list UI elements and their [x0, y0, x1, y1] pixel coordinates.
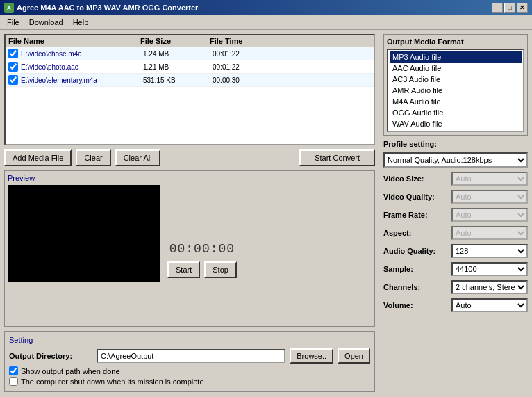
- start-button[interactable]: Start: [167, 261, 200, 278]
- audio-quality-label: Audio Quality:: [383, 247, 439, 255]
- volume-label: Volume:: [383, 301, 439, 309]
- file-list-header: File Name File Size File Time: [6, 35, 374, 47]
- clear-button[interactable]: Clear: [76, 149, 110, 166]
- title-bar-left: A Agree M4A AAC to MP3 WAV AMR OGG Conve…: [4, 3, 198, 13]
- format-list: MP3 Audio file AAC Audio file AC3 Audio …: [387, 49, 524, 132]
- preview-content: 00:00:00 Start Stop: [8, 185, 372, 282]
- params-section: Video Size: Auto Video Quality: Auto Fra…: [383, 172, 528, 315]
- playback-buttons: Start Stop: [167, 261, 237, 278]
- title-controls: – □ ✕: [492, 3, 528, 13]
- file-checkbox-2[interactable]: [8, 62, 18, 72]
- file-list-body: E:\video\chose.m4a 1.24 MB 00:01:22 E:\v…: [6, 47, 374, 87]
- format-item-ogg[interactable]: OGG Audio file: [390, 107, 522, 118]
- stop-button[interactable]: Stop: [204, 261, 237, 278]
- setting-label: Setting: [9, 336, 370, 344]
- left-panel: File Name File Size File Time E:\video\c…: [0, 30, 379, 396]
- video-quality-label: Video Quality:: [383, 193, 439, 201]
- browse-button[interactable]: Browse..: [290, 348, 333, 364]
- volume-select[interactable]: Auto: [451, 298, 528, 312]
- close-button[interactable]: ✕: [517, 3, 528, 13]
- output-dir-input[interactable]: [97, 349, 285, 363]
- video-size-label: Video Size:: [383, 175, 439, 183]
- file-size-3: 531.15 KB: [143, 76, 213, 84]
- frame-rate-select[interactable]: Auto: [451, 208, 528, 222]
- audio-quality-select[interactable]: 128: [451, 244, 528, 258]
- table-row[interactable]: E:\video\chose.m4a 1.24 MB 00:01:22: [6, 47, 374, 60]
- title-bar: A Agree M4A AAC to MP3 WAV AMR OGG Conve…: [0, 0, 532, 15]
- channels-select[interactable]: 2 channels, Stere: [451, 280, 528, 294]
- file-size-1: 1.24 MB: [143, 50, 213, 58]
- audio-quality-row: Audio Quality: 128: [383, 244, 528, 258]
- shutdown-checkbox[interactable]: [9, 377, 18, 386]
- format-item-m4a[interactable]: M4A Audio file: [390, 96, 522, 107]
- aspect-select[interactable]: Auto: [451, 226, 528, 240]
- show-output-path-label: Show output path when done: [21, 367, 120, 375]
- app-icon: A: [4, 3, 14, 13]
- sample-select[interactable]: 44100: [451, 262, 528, 276]
- output-dir-label: Output Directory:: [9, 352, 92, 360]
- main-container: File Name File Size File Time E:\video\c…: [0, 30, 532, 396]
- col-header-filetime: File Time: [210, 37, 279, 45]
- file-name-3: E:\video\elementary.m4a: [21, 76, 143, 84]
- volume-row: Volume: Auto: [383, 298, 528, 312]
- table-row[interactable]: E:\video\elementary.m4a 531.15 KB 00:00:…: [6, 74, 374, 87]
- file-checkbox-3[interactable]: [8, 75, 18, 85]
- file-time-1: 00:01:22: [213, 50, 282, 58]
- file-size-2: 1.21 MB: [143, 63, 213, 71]
- video-size-row: Video Size: Auto: [383, 172, 528, 186]
- add-media-button[interactable]: Add Media File: [4, 149, 72, 166]
- frame-rate-row: Frame Rate: Auto: [383, 208, 528, 222]
- channels-row: Channels: 2 channels, Stere: [383, 280, 528, 294]
- menu-bar: File Download Help: [0, 15, 532, 30]
- sample-label: Sample:: [383, 265, 439, 273]
- video-quality-row: Video Quality: Auto: [383, 190, 528, 204]
- start-convert-button[interactable]: Start Convert: [299, 149, 375, 166]
- minimize-button[interactable]: –: [492, 3, 503, 13]
- col-header-filesize: File Size: [140, 37, 210, 45]
- action-buttons: Add Media File Clear Clear All Start Con…: [4, 149, 375, 166]
- preview-controls: 00:00:00 Start Stop: [167, 242, 237, 282]
- channels-label: Channels:: [383, 283, 439, 291]
- menu-file[interactable]: File: [3, 17, 24, 28]
- output-format-section: Output Media Format MP3 Audio file AAC A…: [383, 34, 528, 136]
- format-item-ac3[interactable]: AC3 Audio file: [390, 74, 522, 85]
- output-dir-row: Output Directory: Browse.. Open: [9, 348, 370, 364]
- table-row[interactable]: E:\video\photo.aac 1.21 MB 00:01:22: [6, 60, 374, 74]
- setting-section: Setting Output Directory: Browse.. Open …: [4, 331, 375, 392]
- profile-section: Profile setting: Normal Quality, Audio:1…: [383, 140, 528, 168]
- format-item-aac[interactable]: AAC Audio file: [390, 63, 522, 74]
- menu-help[interactable]: Help: [69, 17, 93, 28]
- preview-section: Preview 00:00:00 Start Stop: [4, 170, 375, 327]
- frame-rate-label: Frame Rate:: [383, 211, 439, 219]
- file-time-2: 00:01:22: [213, 63, 282, 71]
- maximize-button[interactable]: □: [504, 3, 515, 13]
- menu-download[interactable]: Download: [25, 17, 67, 28]
- show-output-path-row: Show output path when done: [9, 366, 370, 375]
- format-item-mp3[interactable]: MP3 Audio file: [390, 51, 522, 63]
- file-list-container: File Name File Size File Time E:\video\c…: [4, 34, 375, 145]
- shutdown-checkbox-row: The computer shut down when its mission …: [9, 377, 370, 386]
- file-checkbox-1[interactable]: [8, 49, 18, 58]
- file-name-1: E:\video\chose.m4a: [21, 50, 143, 58]
- right-panel: Output Media Format MP3 Audio file AAC A…: [379, 30, 532, 396]
- profile-title: Profile setting:: [383, 140, 528, 148]
- sample-row: Sample: 44100: [383, 262, 528, 276]
- video-size-select[interactable]: Auto: [451, 172, 528, 186]
- file-name-2: E:\video\photo.aac: [21, 63, 143, 71]
- format-item-wav[interactable]: WAV Audio file: [390, 118, 522, 129]
- aspect-row: Aspect: Auto: [383, 226, 528, 240]
- show-output-path-checkbox[interactable]: [9, 366, 18, 375]
- shutdown-label: The computer shut down when its mission …: [21, 378, 204, 386]
- time-display: 00:00:00: [169, 242, 235, 256]
- video-preview: [8, 185, 160, 282]
- profile-select[interactable]: Normal Quality, Audio:128kbps: [383, 152, 528, 168]
- open-button[interactable]: Open: [338, 348, 370, 364]
- format-item-amr[interactable]: AMR Audio file: [390, 85, 522, 96]
- preview-label: Preview: [8, 174, 372, 182]
- output-format-title: Output Media Format: [387, 38, 524, 46]
- video-quality-select[interactable]: Auto: [451, 190, 528, 204]
- aspect-label: Aspect:: [383, 229, 439, 237]
- clear-all-button[interactable]: Clear All: [115, 149, 160, 166]
- window-title: Agree M4A AAC to MP3 WAV AMR OGG Convert…: [17, 3, 198, 12]
- col-header-filename: File Name: [8, 37, 140, 45]
